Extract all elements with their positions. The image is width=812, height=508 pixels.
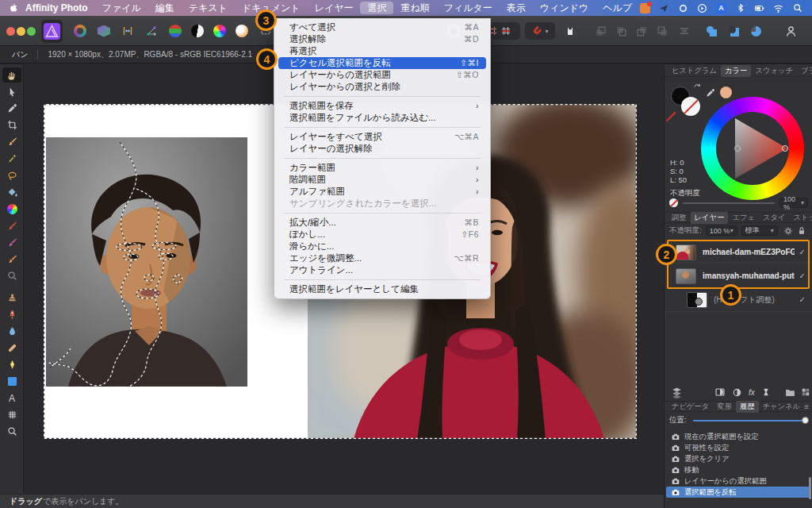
adjustment-soft-button[interactable] (232, 21, 252, 40)
tab-brushes[interactable]: ブラシ (797, 65, 812, 77)
menu-item-grow-shrink[interactable]: 拡大/縮小...⌘B (278, 217, 486, 229)
tool-move[interactable] (2, 84, 21, 99)
spotlight-icon[interactable] (791, 2, 803, 14)
tab-styles[interactable]: スタイ (759, 212, 790, 224)
new-layer-icon[interactable] (801, 387, 810, 397)
minimize-window-button[interactable] (17, 27, 25, 36)
tool-lasso[interactable] (2, 168, 21, 183)
boolean-subtract-button[interactable] (723, 21, 744, 40)
stats-icon[interactable] (677, 2, 689, 14)
bluetooth-icon[interactable] (734, 2, 746, 14)
fx-icon[interactable]: fx (749, 388, 755, 397)
layer-visibility-checkbox[interactable]: ✓ (799, 248, 806, 256)
paper-plane-icon[interactable] (658, 2, 670, 14)
tab-channels[interactable]: チャンネル (759, 401, 805, 413)
hue-marker[interactable] (782, 145, 788, 152)
menubar-document[interactable]: ドキュメント (235, 2, 308, 14)
menu-item-edit-selection-as-layer[interactable]: 選択範囲をレイヤーとして編集 (278, 283, 486, 295)
tool-color-replacement-brush[interactable] (2, 235, 21, 250)
eyedropper-icon[interactable] (706, 88, 715, 98)
menubar-text[interactable]: テキスト (182, 2, 235, 14)
gear-icon[interactable] (783, 226, 793, 236)
tab-history[interactable]: 履歴 (736, 401, 759, 413)
mask-layer-icon[interactable] (714, 387, 726, 398)
layer-row[interactable]: imansyah-muhamad-putera- ✓ (665, 264, 812, 288)
tone-mapping-persona-button[interactable] (94, 21, 114, 40)
tab-adjustment[interactable]: 調整 (668, 212, 691, 224)
menu-item-outline[interactable]: アウトライン... (278, 264, 486, 276)
live-filter-icon[interactable] (761, 387, 771, 397)
apple-icon[interactable] (8, 3, 18, 13)
snapping-magnet-button[interactable]: ▾ (525, 22, 555, 40)
tab-histogram[interactable]: ヒストグラム (668, 65, 721, 77)
tool-dodge-burn[interactable] (2, 307, 21, 322)
position-slider-knob[interactable] (802, 417, 809, 424)
menubar-filter[interactable]: フィルター (437, 2, 500, 14)
tab-color[interactable]: カラー (721, 65, 751, 77)
menubar-arrange[interactable]: 重ね順 (393, 2, 436, 14)
menubar-view[interactable]: 表示 (500, 2, 533, 14)
menubar-select[interactable]: 選択 (360, 2, 393, 14)
menubar-app-name[interactable]: Affinity Photo (18, 2, 95, 14)
alignment-button[interactable] (674, 21, 695, 40)
tool-pixel-pencil[interactable] (2, 252, 21, 267)
liquify-persona-button[interactable] (117, 21, 138, 40)
opacity-slider[interactable] (683, 202, 775, 204)
tool-blur[interactable] (2, 324, 21, 339)
layer-visibility-checkbox[interactable]: ✓ (799, 295, 806, 304)
layer-visibility-checkbox[interactable]: ✓ (799, 271, 806, 280)
stack-icon[interactable] (671, 387, 683, 398)
menu-item-select-all[interactable]: すべて選択⌘A (278, 21, 486, 33)
menu-item-deselect[interactable]: 選択解除⌘D (278, 33, 486, 45)
history-item[interactable]: 可視性を設定 (666, 442, 810, 453)
position-slider[interactable] (693, 417, 809, 425)
secondary-color-swatch[interactable] (681, 97, 700, 116)
history-item-selected[interactable]: 選択範囲を反転 (666, 487, 810, 498)
grid-bar-icon[interactable] (500, 25, 511, 37)
export-persona-button[interactable] (141, 21, 162, 40)
blend-mode-dropdown[interactable]: 標準▾ (741, 225, 778, 236)
triangle-marker[interactable] (734, 145, 741, 152)
tool-gradient[interactable] (2, 202, 21, 217)
tab-swatches[interactable]: スウォッチ (751, 65, 797, 77)
menu-item-refine-edges[interactable]: エッジを微調整...⌥⌘R (278, 252, 486, 264)
menu-item-select-all-layers[interactable]: レイヤーをすべて選択⌥⌘A (278, 131, 486, 143)
menu-item-feather[interactable]: ぼかし...⇧F6 (278, 229, 486, 241)
tool-selection-brush[interactable] (2, 134, 21, 149)
tool-zoom[interactable] (2, 424, 21, 439)
menubar-help[interactable]: ヘルプ (596, 2, 639, 14)
menu-item-selection-from-layer[interactable]: レイヤーからの選択範囲⇧⌘O (278, 69, 486, 81)
assistant-button[interactable] (560, 21, 580, 40)
close-window-button[interactable] (6, 27, 15, 36)
tab-stock[interactable]: ストッ (790, 212, 812, 224)
adjustment-layer-icon[interactable] (732, 387, 742, 398)
menu-item-alpha-range[interactable]: アルファ範囲› (278, 186, 486, 198)
tool-color-picker[interactable] (2, 101, 21, 116)
menubar-file[interactable]: ファイル (95, 2, 148, 14)
history-item[interactable]: 選択をクリア (666, 453, 810, 464)
adjustment-stripes-button[interactable] (165, 21, 186, 40)
new-group-icon[interactable] (785, 387, 795, 398)
boolean-intersect-button[interactable] (745, 21, 766, 40)
menu-item-invert-pixel-selection[interactable]: ピクセル選択範囲を反転⇧⌘I (278, 57, 486, 69)
tool-view-pan[interactable] (2, 67, 21, 83)
tool-mesh-warp[interactable] (2, 407, 21, 422)
app-badge-icon[interactable] (639, 2, 651, 14)
menubar-layer[interactable]: レイヤー (308, 2, 361, 14)
tool-crop[interactable] (2, 117, 21, 133)
tab-effects[interactable]: エフェ (728, 212, 759, 224)
layer-row[interactable]: michael-dam-mEZ3PoFGs_k ✓ (665, 241, 812, 264)
menubar-edit[interactable]: 編集 (148, 2, 182, 14)
tool-text[interactable]: A (2, 391, 21, 406)
menu-item-color-range[interactable]: カラー範囲› (278, 162, 486, 174)
history-scrollbar[interactable] (809, 477, 811, 499)
tool-healing[interactable] (2, 341, 21, 356)
adjustment-color-wheel-button[interactable] (209, 21, 230, 40)
battery-icon[interactable] (753, 2, 765, 14)
tool-clone-stamp[interactable] (2, 291, 21, 306)
account-button[interactable] (780, 21, 801, 40)
menubar-window[interactable]: ウィンドウ (533, 2, 596, 14)
history-item[interactable]: レイヤーからの選択範囲 (666, 475, 810, 487)
input-source-icon[interactable]: A (715, 2, 727, 14)
arrange-front-button[interactable] (652, 21, 672, 40)
